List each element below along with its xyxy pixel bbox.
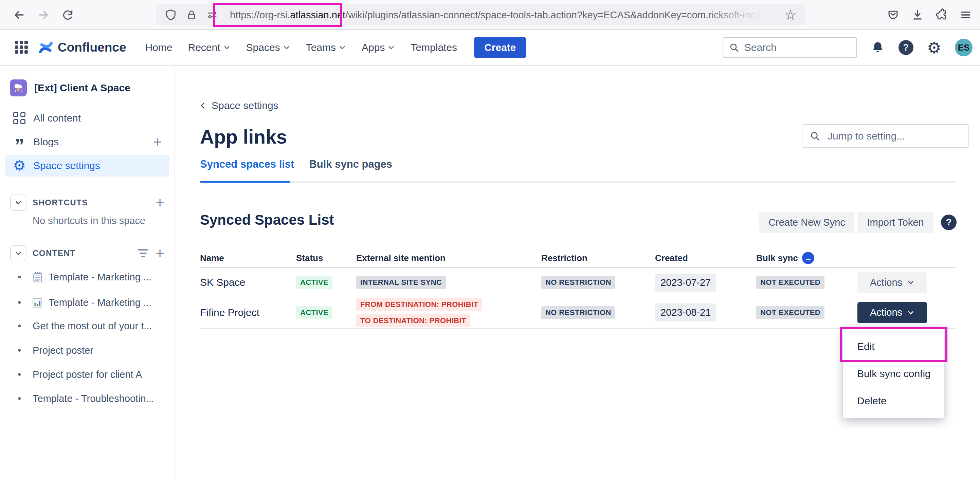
back-to-space-settings-link[interactable]: Space settings xyxy=(199,100,278,111)
downloads-button[interactable] xyxy=(907,4,928,26)
content-collapse-button[interactable] xyxy=(10,245,27,261)
reload-button[interactable] xyxy=(57,4,79,26)
shortcuts-section-header: SHORTCUTS + xyxy=(10,194,164,211)
tab-bulk-sync-pages[interactable]: Bulk sync pages xyxy=(309,158,392,170)
menu-button[interactable] xyxy=(955,4,977,26)
content-item[interactable]: • Project poster for client A xyxy=(0,366,175,383)
search-icon xyxy=(729,42,740,53)
table-row: Fifine Project ACTIVE FROM DESTINATION: … xyxy=(200,297,956,328)
sidebar: [Ext] Client A Space All content ” Blogs… xyxy=(0,66,175,480)
actions-button[interactable]: Actions xyxy=(858,272,927,293)
lock-icon[interactable] xyxy=(186,9,197,21)
space-avatar-storm-icon xyxy=(10,79,27,96)
confluence-logo[interactable]: Confluence xyxy=(38,40,126,55)
status-badge: ACTIVE xyxy=(296,276,332,289)
page-title: App links xyxy=(200,126,287,148)
filter-icon[interactable] xyxy=(138,249,148,257)
add-blog-plus-icon[interactable]: + xyxy=(153,134,162,150)
jump-to-setting-search[interactable] xyxy=(802,124,969,148)
section-title: Synced Spaces List xyxy=(200,212,334,228)
help-icon[interactable]: ? xyxy=(941,215,956,230)
row-name: SK Space xyxy=(200,277,296,288)
jump-to-setting-input[interactable] xyxy=(827,130,956,142)
puzzle-icon xyxy=(935,8,948,21)
shield-icon[interactable] xyxy=(165,9,177,21)
mention-badge: FROM DESTINATION: PROHIBIT xyxy=(356,298,482,311)
back-arrow-icon xyxy=(12,8,26,22)
tab-synced-spaces-list[interactable]: Synced spaces list xyxy=(200,158,294,170)
forward-arrow-icon xyxy=(37,8,50,22)
pocket-button[interactable] xyxy=(882,4,904,26)
site-info-icons xyxy=(165,9,218,21)
col-status: Status xyxy=(296,253,356,264)
chevron-left-icon xyxy=(199,102,207,110)
extensions-button[interactable] xyxy=(931,4,953,26)
add-content-plus-icon[interactable]: + xyxy=(156,245,164,262)
tab-track xyxy=(200,181,956,183)
browser-toolbar: https://org-rsi.atlassian.net/wiki/plugi… xyxy=(0,0,980,30)
hamburger-icon xyxy=(959,8,972,21)
nav-item-recent[interactable]: Recent xyxy=(188,42,231,53)
content-item[interactable]: • Template - Marketing ... xyxy=(0,269,175,286)
dropdown-item-bulk-sync-config[interactable]: Bulk sync config xyxy=(843,360,944,387)
tabs: Synced spaces list Bulk sync pages xyxy=(200,158,392,170)
global-search[interactable] xyxy=(722,37,857,58)
notepad-icon xyxy=(31,270,44,283)
notifications-bell-icon[interactable] xyxy=(871,40,885,55)
app-switcher-icon[interactable] xyxy=(15,41,29,54)
nav-item-templates[interactable]: Templates xyxy=(410,42,457,53)
shortcuts-label: SHORTCUTS xyxy=(33,198,88,207)
search-icon xyxy=(809,130,821,142)
search-input[interactable] xyxy=(745,42,839,53)
chevron-down-icon xyxy=(907,279,915,286)
content-item[interactable]: • Get the most out of your t... xyxy=(0,317,175,334)
actions-button-open[interactable]: Actions xyxy=(858,302,927,323)
chevron-down-icon xyxy=(387,44,395,51)
back-button[interactable] xyxy=(8,4,30,26)
nav-right-cluster: ? ⚙ ES xyxy=(722,37,972,58)
col-restriction: Restriction xyxy=(541,253,655,264)
confluence-mark-icon xyxy=(38,40,54,55)
nav-menu: Home Recent Spaces Teams Apps Templates xyxy=(145,42,457,53)
mention-badge: INTERNAL SITE SYNC xyxy=(356,276,446,289)
created-date: 2023-07-27 xyxy=(655,273,716,292)
space-name: [Ext] Client A Space xyxy=(34,82,130,94)
row-name: Fifine Project xyxy=(200,307,296,318)
sidebar-item-space-settings[interactable]: ⚙ Space settings xyxy=(5,155,169,176)
download-icon xyxy=(911,8,924,21)
restriction-badge: NO RESTRICTION xyxy=(541,276,615,289)
edit-highlight-box xyxy=(840,327,947,362)
bulk-sync-link-icon[interactable]: → xyxy=(802,252,814,264)
space-settings-gear-icon: ⚙ xyxy=(11,159,27,173)
sidebar-item-all-content[interactable]: All content xyxy=(5,107,169,129)
dropdown-item-delete[interactable]: Delete xyxy=(843,387,944,415)
col-created: Created xyxy=(655,253,756,264)
url-fade xyxy=(707,5,782,25)
shortcuts-empty-text: No shortcuts in this space xyxy=(33,215,145,226)
settings-gear-icon[interactable]: ⚙ xyxy=(927,40,941,56)
space-header[interactable]: [Ext] Client A Space xyxy=(10,79,130,96)
import-token-button[interactable]: Import Token xyxy=(858,212,934,233)
shortcuts-collapse-button[interactable] xyxy=(10,194,27,211)
forward-button[interactable] xyxy=(33,4,54,26)
avatar[interactable]: ES xyxy=(955,39,972,56)
content-item[interactable]: • Template - Troubleshootin... xyxy=(0,390,175,407)
bookmark-star-icon[interactable]: ☆ xyxy=(782,5,799,25)
blogs-quote-icon: ” xyxy=(11,142,27,149)
help-icon[interactable]: ? xyxy=(899,40,913,55)
table-row: SK Space ACTIVE INTERNAL SITE SYNC NO RE… xyxy=(200,268,956,297)
nav-item-apps[interactable]: Apps xyxy=(362,42,395,53)
create-new-sync-button[interactable]: Create New Sync xyxy=(759,212,854,233)
nav-item-home[interactable]: Home xyxy=(145,42,172,53)
content-item[interactable]: • Template - Marketing ... xyxy=(0,294,175,311)
chevron-down-icon xyxy=(907,309,915,316)
nav-item-teams[interactable]: Teams xyxy=(306,42,346,53)
chevron-down-icon xyxy=(223,44,231,51)
add-shortcut-plus-icon[interactable]: + xyxy=(156,194,164,211)
nav-item-spaces[interactable]: Spaces xyxy=(246,42,290,53)
content-item[interactable]: • Project poster xyxy=(0,342,175,359)
create-button[interactable]: Create xyxy=(474,37,526,58)
tab-active-indicator xyxy=(200,181,290,183)
brand-name: Confluence xyxy=(58,40,126,55)
sidebar-item-blogs[interactable]: ” Blogs + xyxy=(5,131,169,153)
